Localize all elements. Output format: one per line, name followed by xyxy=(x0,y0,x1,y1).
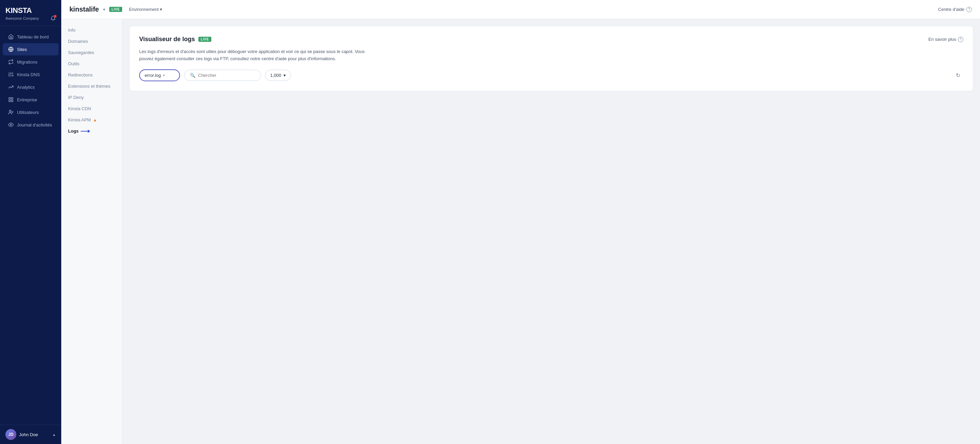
controls-row: error.log ▾ 🔍 1,000 ▾ ↻ xyxy=(139,69,963,81)
env-chevron-icon: ▾ xyxy=(160,7,162,12)
sidebar-item-analytics[interactable]: Analytics xyxy=(3,81,59,93)
log-file-select[interactable]: error.log ▾ xyxy=(139,69,180,81)
migrations-icon xyxy=(8,59,14,65)
users-icon xyxy=(8,109,14,115)
card-title: Visualiseur de logs xyxy=(139,36,195,43)
analytics-icon xyxy=(8,84,14,90)
svg-point-18 xyxy=(10,124,11,125)
user-profile[interactable]: JD John Doe ▲ xyxy=(0,425,61,444)
sidebar-item-tableau[interactable]: Tableau de bord xyxy=(3,30,59,43)
main-area: kinstalife ▾ LIVE Environnement ▾ Centre… xyxy=(61,0,980,444)
search-icon: 🔍 xyxy=(190,73,195,78)
card-header: Visualiseur de logs LIVE En savoir plus … xyxy=(139,36,963,43)
sub-sidebar: Info Domaines Sauvegardes Outils Redirec… xyxy=(61,19,123,444)
live-badge-card: LIVE xyxy=(198,37,211,42)
environment-dropdown[interactable]: Environnement ▾ xyxy=(126,5,165,13)
svg-rect-13 xyxy=(11,100,13,101)
live-badge-topbar: LIVE xyxy=(109,7,122,12)
blue-arrow-icon xyxy=(81,130,90,133)
topbar: kinstalife ▾ LIVE Environnement ▾ Centre… xyxy=(61,0,980,19)
sidebar-item-migrations[interactable]: Migrations xyxy=(3,56,59,68)
home-icon xyxy=(8,34,14,40)
site-chevron-icon[interactable]: ▾ xyxy=(103,7,105,12)
sidebar-header: KINSTA Awesome Company xyxy=(0,0,61,26)
search-input-wrap: 🔍 xyxy=(184,70,261,81)
svg-rect-11 xyxy=(9,98,11,99)
user-name: John Doe xyxy=(19,432,50,437)
refresh-button[interactable]: ↻ xyxy=(953,70,963,81)
notification-dot xyxy=(54,15,56,18)
sub-nav-ip-deny[interactable]: IP Deny xyxy=(61,92,122,103)
sidebar-logo: KINSTA xyxy=(5,6,56,15)
help-center-btn[interactable]: Centre d'aide ? xyxy=(938,7,972,12)
sub-nav-sauvegardes[interactable]: Sauvegardes xyxy=(61,47,122,58)
notification-bell-icon[interactable] xyxy=(50,16,56,21)
logs-arrow-indicator: Logs xyxy=(68,128,90,133)
card-description: Les logs d'erreurs et d'accès sont utile… xyxy=(139,48,377,63)
log-select-chevron-icon: ▾ xyxy=(163,73,165,77)
learn-more-btn[interactable]: En savoir plus ? xyxy=(928,37,963,42)
search-input[interactable] xyxy=(198,73,255,78)
sidebar-item-journal[interactable]: Journal d'activités xyxy=(3,119,59,131)
journal-icon xyxy=(8,122,14,127)
chevron-up-icon: ▲ xyxy=(52,433,56,436)
card-title-row: Visualiseur de logs LIVE xyxy=(139,36,211,43)
sidebar-company: Awesome Company xyxy=(5,16,56,21)
svg-rect-14 xyxy=(9,100,11,101)
entreprise-icon xyxy=(8,97,14,102)
sidebar-item-kinsta-dns[interactable]: Kinsta DNS xyxy=(3,68,59,81)
sub-nav-kinsta-apm[interactable]: Kinsta APM ▲ xyxy=(61,114,122,125)
page-content: Visualiseur de logs LIVE En savoir plus … xyxy=(123,19,980,444)
warning-icon: ▲ xyxy=(93,117,97,122)
globe-icon xyxy=(8,47,14,52)
sub-nav-logs[interactable]: Logs xyxy=(61,125,122,137)
lines-count-select[interactable]: 1,000 ▾ xyxy=(265,70,291,81)
sidebar-item-entreprise[interactable]: Entreprise xyxy=(3,94,59,106)
lines-chevron-icon: ▾ xyxy=(283,73,286,78)
sidebar: KINSTA Awesome Company Tableau de bord S… xyxy=(0,0,61,444)
avatar: JD xyxy=(5,429,16,440)
help-info-icon: ? xyxy=(966,7,972,12)
sub-nav-kinsta-cdn[interactable]: Kinsta CDN xyxy=(61,103,122,114)
svg-point-15 xyxy=(9,110,11,112)
sub-nav-extensions[interactable]: Extensions et thèmes xyxy=(61,81,122,92)
sub-nav-domaines[interactable]: Domaines xyxy=(61,36,122,47)
sidebar-item-utilisateurs[interactable]: Utilisateurs xyxy=(3,106,59,118)
sub-nav-info[interactable]: Info xyxy=(61,24,122,36)
sub-nav-outils[interactable]: Outils xyxy=(61,58,122,69)
content-area: Info Domaines Sauvegardes Outils Redirec… xyxy=(61,19,980,444)
learn-more-info-icon: ? xyxy=(958,37,963,42)
sidebar-item-sites[interactable]: Sites xyxy=(3,43,59,56)
log-viewer-card: Visualiseur de logs LIVE En savoir plus … xyxy=(129,26,973,91)
dns-icon xyxy=(8,72,14,77)
site-name: kinstalife xyxy=(69,5,99,13)
svg-rect-12 xyxy=(11,98,13,99)
sidebar-nav: Tableau de bord Sites Migrations Kinsta … xyxy=(0,26,61,425)
sub-nav-redirections[interactable]: Redirections xyxy=(61,69,122,81)
